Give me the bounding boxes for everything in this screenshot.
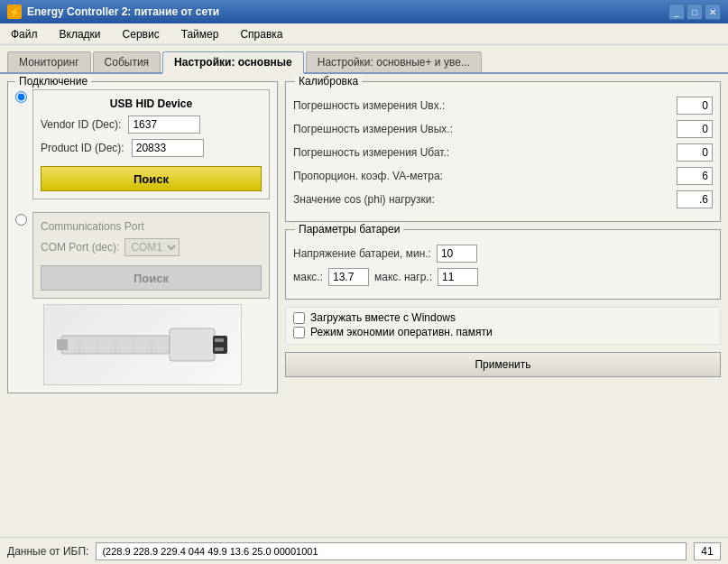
product-input[interactable]	[132, 139, 204, 157]
vendor-row: Vendor ID (Dec):	[41, 116, 262, 134]
calibration-group-title: Калибровка	[295, 75, 362, 88]
com-row: COM Port (dec): COM1	[41, 238, 262, 256]
main-content: Подключение USB HID Device Vendor ID (De…	[0, 74, 728, 537]
usb-radio[interactable]	[15, 91, 27, 103]
product-label: Product ID (Dec):	[41, 142, 124, 154]
apply-button[interactable]: Применить	[285, 352, 721, 377]
calib-row-1: Погрешность измерения Uвых.:	[293, 120, 713, 138]
windows-row-1: Загружать вместе с Windows	[293, 311, 713, 324]
com-radio[interactable]	[15, 214, 27, 226]
tab-bar: Мониторинг События Настройки: основные Н…	[0, 45, 728, 74]
left-panel: Подключение USB HID Device Vendor ID (De…	[7, 81, 278, 530]
calib-label-1: Погрешность измерения Uвых.:	[293, 123, 677, 135]
title-bar-text: Energy Controller 2: питание от сети	[27, 5, 663, 18]
windows-memory-check[interactable]	[293, 327, 305, 338]
battery-max-input[interactable]	[328, 268, 369, 286]
usb-radio-row: USB HID Device Vendor ID (Dec): Product …	[15, 89, 270, 207]
calib-label-4: Значение cos (phi) нагрузки:	[293, 193, 677, 206]
battery-row-2: макс.: макс. нагр.:	[293, 268, 713, 286]
menu-bar: Файл Вкладки Сервис Таймер Справка	[0, 23, 728, 45]
battery-max-load-label: макс. нагр.:	[374, 271, 432, 283]
title-bar: ⚡ Energy Controller 2: питание от сети _…	[0, 0, 728, 23]
menu-help[interactable]: Справка	[236, 26, 286, 42]
status-label: Данные от ИБП:	[7, 545, 88, 558]
maximize-button[interactable]: □	[687, 4, 703, 20]
com-label: COM Port (dec):	[41, 241, 119, 254]
menu-file[interactable]: Файл	[7, 26, 41, 42]
battery-row-1: Напряжение батареи, мин.:	[293, 245, 713, 263]
battery-max-label: макс.:	[293, 271, 323, 283]
menu-service[interactable]: Сервис	[119, 26, 163, 42]
com-select[interactable]: COM1	[124, 238, 180, 256]
battery-min-input[interactable]	[437, 245, 477, 263]
product-row: Product ID (Dec):	[41, 139, 262, 157]
tab-monitoring[interactable]: Мониторинг	[7, 51, 91, 72]
svg-rect-10	[57, 339, 68, 350]
title-bar-buttons: _ □ ✕	[668, 4, 721, 20]
tab-settings-extended[interactable]: Настройки: основные+ и уве...	[306, 51, 482, 72]
usb-image	[43, 304, 242, 385]
app-icon: ⚡	[7, 5, 22, 19]
calib-row-4: Значение cos (phi) нагрузки:	[293, 190, 713, 208]
status-count: 41	[694, 542, 721, 560]
tab-settings-main[interactable]: Настройки: основные	[162, 51, 304, 74]
calib-row-0: Погрешность измерения Uвх.:	[293, 97, 713, 115]
menu-timer[interactable]: Таймер	[178, 26, 223, 42]
calib-label-3: Пропорцион. коэф. VA-метра:	[293, 170, 677, 182]
minimize-button[interactable]: _	[668, 4, 685, 20]
vendor-input[interactable]	[128, 116, 200, 134]
com-radio-row: Communications Port COM Port (dec): COM1…	[15, 212, 270, 299]
com-section-title: Communications Port	[41, 220, 262, 233]
calib-input-4[interactable]	[677, 190, 713, 208]
status-value: (228.9 228.9 229.4 044 49.9 13.6 25.0 00…	[96, 542, 687, 560]
close-button[interactable]: ✕	[705, 4, 721, 20]
calib-label-2: Погрешность измерения Uбат.:	[293, 146, 677, 159]
calib-input-2[interactable]	[677, 143, 713, 162]
calib-input-1[interactable]	[677, 120, 713, 138]
calib-row-2: Погрешность измерения Uбат.:	[293, 143, 713, 162]
windows-options: Загружать вместе с Windows Режим экономи…	[285, 307, 721, 345]
windows-startup-check[interactable]	[293, 312, 305, 324]
battery-group-title: Параметры батареи	[295, 223, 403, 236]
calib-row-3: Пропорцион. коэф. VA-метра:	[293, 167, 713, 185]
calib-label-0: Погрешность измерения Uвх.:	[293, 99, 677, 112]
windows-memory-label: Режим экономии оперативн. памяти	[310, 326, 493, 338]
tab-events[interactable]: События	[93, 51, 161, 72]
calibration-group: Калибровка Погрешность измерения Uвх.: П…	[285, 81, 721, 222]
calib-input-3[interactable]	[677, 167, 713, 185]
windows-startup-label: Загружать вместе с Windows	[310, 311, 456, 324]
vendor-label: Vendor ID (Dec):	[41, 118, 121, 131]
windows-row-2: Режим экономии оперативн. памяти	[293, 326, 713, 338]
menu-tabs[interactable]: Вкладки	[56, 26, 105, 42]
battery-max-load-input[interactable]	[438, 268, 478, 286]
battery-min-label: Напряжение батареи, мин.:	[293, 247, 431, 260]
right-panel: Калибровка Погрешность измерения Uвх.: П…	[285, 81, 721, 530]
com-search-button[interactable]: Поиск	[41, 265, 262, 291]
connection-group: Подключение USB HID Device Vendor ID (De…	[7, 81, 278, 393]
connection-group-title: Подключение	[15, 75, 91, 88]
svg-rect-1	[170, 328, 215, 361]
battery-group: Параметры батареи Напряжение батареи, ми…	[285, 229, 721, 300]
com-section: Communications Port COM Port (dec): COM1…	[32, 212, 270, 299]
usb-section-title: USB HID Device	[41, 97, 262, 110]
svg-rect-4	[215, 347, 224, 351]
usb-section: USB HID Device Vendor ID (Dec): Product …	[32, 89, 270, 199]
status-bar: Данные от ИБП: (228.9 228.9 229.4 044 49…	[0, 537, 728, 564]
calib-input-0[interactable]	[677, 97, 713, 115]
svg-rect-3	[215, 338, 224, 342]
usb-search-button[interactable]: Поиск	[41, 166, 262, 191]
